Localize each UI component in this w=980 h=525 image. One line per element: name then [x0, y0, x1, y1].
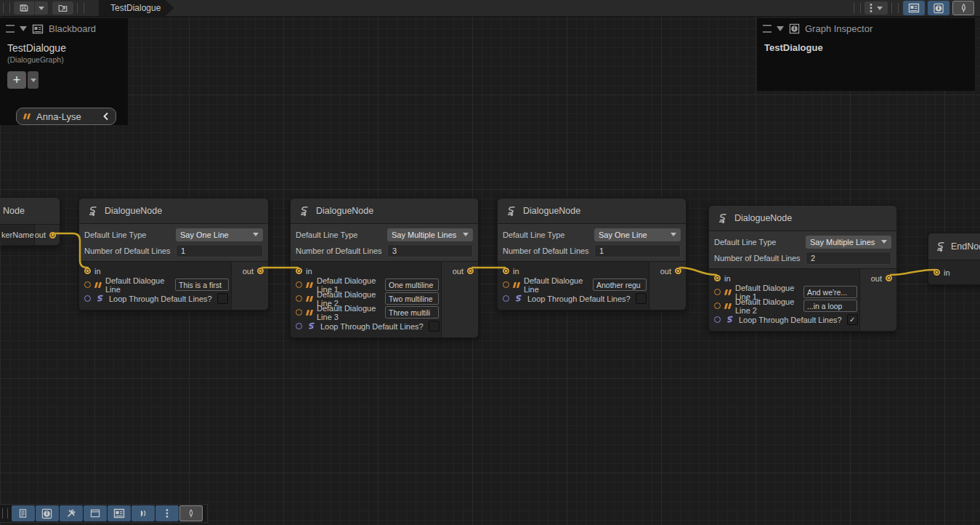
field-label: Number of Default Lines	[714, 254, 806, 262]
bool-port[interactable]	[714, 316, 721, 323]
dialogue-line-input[interactable]: Two multiline	[385, 292, 439, 305]
blackboard-panel: Blackboard TestDialogue (DialogueGraph) …	[0, 18, 128, 125]
string-port[interactable]	[503, 281, 509, 288]
input-port[interactable]	[934, 269, 940, 276]
add-property-dropdown-button[interactable]	[28, 71, 39, 89]
chevron-down-icon	[253, 233, 259, 236]
string-port[interactable]	[296, 295, 302, 302]
inspector-header[interactable]: Graph Inspector	[757, 18, 975, 38]
loop-checkbox[interactable]: ✓	[217, 293, 228, 304]
loop-checkbox[interactable]: ✓	[429, 321, 440, 332]
dialogue-node-2[interactable]: DialogueNode Default Line Type Say Multi…	[290, 198, 479, 338]
output-port[interactable]	[675, 268, 681, 274]
toggle-tools-button[interactable]	[60, 505, 83, 521]
loop-icon	[513, 294, 524, 303]
line-type-dropdown[interactable]: Say One Line	[176, 228, 263, 241]
dialogue-line-input[interactable]: And we're...	[803, 286, 857, 298]
dialogue-line-input[interactable]: One multiline	[385, 278, 439, 291]
end-node[interactable]: EndNode in	[928, 233, 980, 285]
quote-icon	[24, 113, 30, 119]
line-type-dropdown[interactable]: Say One Line	[594, 228, 681, 241]
field-label: Number of Default Lines	[84, 247, 176, 255]
dialogue-line-input[interactable]: Another regu	[593, 278, 647, 291]
port-label: Loop Through Default Lines?	[527, 294, 631, 303]
input-port[interactable]	[503, 268, 509, 274]
toggle-blackboard-button[interactable]	[903, 1, 925, 15]
flow-icon	[934, 241, 947, 252]
flame-icon	[187, 508, 195, 518]
drag-handle-icon[interactable]	[6, 25, 15, 33]
tools-icon	[66, 508, 76, 518]
top-toolbar: TestDialogue	[0, 0, 980, 17]
dialogue-line-input[interactable]: This is a first	[175, 278, 229, 291]
collapse-arrow-icon[interactable]	[20, 26, 27, 31]
inspector-title: Graph Inspector	[805, 23, 872, 34]
toggle-flame-button[interactable]	[952, 1, 974, 15]
drag-handle-icon[interactable]	[763, 25, 772, 33]
save-button[interactable]	[14, 1, 34, 15]
graph-tab[interactable]: TestDialogue	[99, 0, 174, 16]
loop-checkbox[interactable]: ✓	[847, 314, 858, 325]
toggle-inspector-button[interactable]	[928, 1, 949, 15]
save-options-button[interactable]	[35, 1, 48, 15]
string-port[interactable]	[714, 289, 721, 295]
toggle-console-button[interactable]	[12, 505, 35, 521]
node-title-label: EndNode	[951, 241, 980, 252]
info-icon	[41, 508, 52, 519]
loop-icon	[724, 315, 735, 324]
graph-inspector-panel: Graph Inspector TestDialogue	[757, 18, 975, 91]
string-port[interactable]	[296, 309, 302, 316]
string-port[interactable]	[84, 281, 91, 288]
line-type-dropdown[interactable]: Say Multiple Lines	[806, 236, 891, 249]
input-port[interactable]	[296, 268, 302, 274]
line-count-input[interactable]: 1	[176, 244, 263, 257]
collapse-arrow-icon[interactable]	[777, 26, 784, 31]
overflow-menu-button[interactable]	[155, 505, 179, 521]
loop-checkbox[interactable]: ✓	[636, 293, 647, 304]
line-type-dropdown[interactable]: Say Multiple Lines	[387, 228, 473, 241]
chevron-down-icon	[31, 79, 36, 82]
property-name[interactable]: Anna-Lyse	[36, 111, 97, 122]
port-label: out	[453, 267, 463, 276]
start-node[interactable]: Node kerName out	[0, 197, 60, 246]
blackboard-property-anna-lyse[interactable]: Anna-Lyse	[16, 108, 116, 125]
string-port[interactable]	[296, 281, 302, 288]
add-property-button[interactable]: +	[7, 71, 26, 89]
blackboard-graph-type: (DialogueGraph)	[7, 55, 121, 64]
quote-icon	[725, 289, 731, 295]
toggle-transition-button[interactable]	[131, 505, 155, 521]
input-port[interactable]	[84, 268, 91, 274]
blackboard-graph-name[interactable]: TestDialogue	[7, 42, 121, 54]
overflow-menu-button[interactable]	[864, 1, 888, 15]
bool-port[interactable]	[296, 323, 302, 329]
toggle-blackboard-button[interactable]	[108, 505, 131, 521]
dialogue-node-4[interactable]: DialogueNode Default Line Type Say Multi…	[708, 205, 897, 332]
input-port[interactable]	[714, 275, 721, 281]
output-port[interactable]	[886, 275, 892, 281]
string-port[interactable]	[714, 302, 721, 309]
open-graph-button[interactable]	[52, 1, 73, 15]
dialogue-node-3[interactable]: DialogueNode Default Line Type Say One L…	[497, 198, 687, 310]
loop-icon	[306, 321, 317, 331]
flow-icon	[298, 205, 310, 217]
toggle-window-button[interactable]	[84, 505, 107, 521]
toggle-flame-button[interactable]	[179, 505, 203, 521]
line-count-input[interactable]: 2	[806, 252, 891, 265]
output-port[interactable]	[49, 232, 56, 239]
dialogue-node-1[interactable]: DialogueNode Default Line Type Say One L…	[78, 198, 269, 310]
bool-port[interactable]	[503, 295, 509, 302]
dialogue-line-input[interactable]: ...in a loop	[803, 300, 857, 312]
drag-handle-icon[interactable]	[2, 508, 8, 518]
bool-port[interactable]	[84, 295, 91, 302]
toggle-inspector-button[interactable]	[36, 505, 59, 521]
line-count-input[interactable]: 1	[594, 244, 681, 257]
chevron-down-icon	[671, 233, 676, 236]
dialogue-line-input[interactable]: Three multili	[385, 306, 439, 318]
output-port[interactable]	[467, 268, 474, 274]
collapse-chevron-icon[interactable]	[102, 112, 109, 121]
blackboard-header[interactable]: Blackboard	[0, 18, 128, 38]
field-label: Default Line Type	[296, 231, 387, 239]
toolbar-separator	[854, 3, 861, 13]
output-port[interactable]	[257, 268, 264, 274]
line-count-input[interactable]: 3	[387, 244, 473, 257]
